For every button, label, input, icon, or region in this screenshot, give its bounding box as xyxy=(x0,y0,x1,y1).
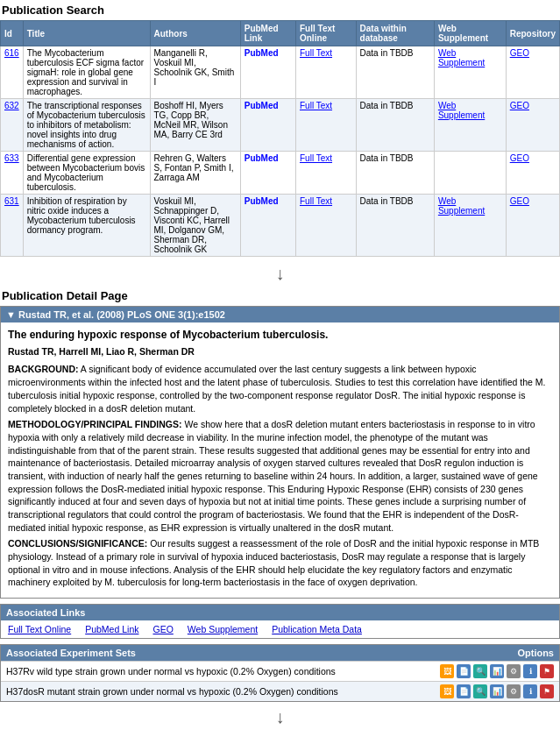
cell-title: The Mycobacterium tuberculosis ECF sigma… xyxy=(23,46,150,99)
cell-id: 616 xyxy=(1,46,24,99)
pub-table-row: 616 The Mycobacterium tuberculosis ECF s… xyxy=(1,46,560,99)
col-pubmed: PubMed Link xyxy=(240,21,295,46)
col-data: Data within database xyxy=(356,21,434,46)
web-link[interactable]: Web Supplement xyxy=(438,101,485,120)
assoc-exp-row: H37Rv wild type strain grown under norma… xyxy=(1,661,559,681)
pub-table-row: 632 The transcriptional responses of Myc… xyxy=(1,99,560,152)
exp-icon-gear[interactable]: ⚙ xyxy=(507,664,521,678)
exp-icon-info[interactable]: ℹ xyxy=(523,664,537,678)
col-id: Id xyxy=(1,21,24,46)
clustered-data-section: Clustered Data TB Database an integrated… xyxy=(0,731,560,737)
methodology-text: We show here that a dosR deletion mutant… xyxy=(8,419,538,533)
pubmed-link[interactable]: PubMed xyxy=(245,196,279,206)
cell-fulltext: Full Text xyxy=(295,152,356,195)
assoc-exp-header: Associated Experiment Sets Options xyxy=(1,645,559,661)
cell-pubmed: PubMed xyxy=(240,46,295,99)
pub-id-link[interactable]: 633 xyxy=(4,153,19,163)
cell-web xyxy=(434,152,506,195)
col-web: Web Supplement xyxy=(434,21,506,46)
assoc-link-item[interactable]: GEO xyxy=(145,620,180,638)
exp-icon-chart[interactable]: 📊 xyxy=(490,684,504,698)
pubmed-link[interactable]: PubMed xyxy=(245,101,279,110)
pubmed-link[interactable]: PubMed xyxy=(245,153,279,163)
pubmed-link[interactable]: PubMed xyxy=(245,48,279,58)
assoc-link-item[interactable]: PubMed Link xyxy=(78,620,145,638)
cell-pubmed: PubMed xyxy=(240,152,295,195)
exp-icon-gear[interactable]: ⚙ xyxy=(507,684,521,698)
pub-table-row: 631 Inhibition of respiration by nitric … xyxy=(1,195,560,257)
cell-data: Data in TBDB xyxy=(356,152,434,195)
exp-icon-doc[interactable]: 📄 xyxy=(457,684,471,698)
cell-repo: GEO xyxy=(506,195,559,257)
exp-icon-flag[interactable]: ⚑ xyxy=(540,684,554,698)
cell-title: Differential gene expression between Myc… xyxy=(23,152,150,195)
cell-pubmed: PubMed xyxy=(240,195,295,257)
assoc-link-item[interactable]: Publication Meta Data xyxy=(265,620,369,638)
cell-pubmed: PubMed xyxy=(240,99,295,152)
pub-detail-header: ▼ Rustad TR, et al. (2008) PLoS ONE 3(1)… xyxy=(1,307,559,322)
exp-icon-img[interactable]: 🖼 xyxy=(440,684,454,698)
assoc-exp-title: Associated Experiment Sets xyxy=(6,648,136,658)
exp-icon-flag[interactable]: ⚑ xyxy=(540,664,554,678)
pub-detail-content: The enduring hypoxic response of Mycobac… xyxy=(1,322,559,598)
assoc-exp-box: Associated Experiment Sets Options H37Rv… xyxy=(0,644,560,702)
cell-title: The transcriptional responses of Mycobac… xyxy=(23,99,150,152)
col-title: Title xyxy=(23,21,150,46)
pub-detail-title: Publication Detail Page xyxy=(0,286,560,306)
cell-web: Web Supplement xyxy=(434,99,506,152)
pub-id-link[interactable]: 631 xyxy=(4,196,19,206)
cell-authors: Voskuil MI, Schnappinger D, Visconti KC,… xyxy=(150,195,240,257)
pub-table-row: 633 Differential gene expression between… xyxy=(1,152,560,195)
col-repo: Repository xyxy=(506,21,559,46)
cell-repo: GEO xyxy=(506,99,559,152)
exp-icon-info[interactable]: ℹ xyxy=(523,684,537,698)
methodology-label: METHODOLOGY/PRINCIPAL FINDINGS: xyxy=(8,419,182,429)
fulltext-link[interactable]: Full Text xyxy=(300,101,332,110)
cell-repo: GEO xyxy=(506,46,559,99)
exp-row-label: H37dosR mutant strain grown under normal… xyxy=(6,686,338,697)
repo-link[interactable]: GEO xyxy=(510,101,529,110)
abstract-background: BACKGROUND: A significant body of eviden… xyxy=(8,363,552,415)
exp-icon-search[interactable]: 🔍 xyxy=(473,664,487,678)
col-authors: Authors xyxy=(150,21,240,46)
pub-search-title: Publication Search xyxy=(0,0,560,20)
fulltext-link[interactable]: Full Text xyxy=(300,153,332,163)
conclusions-label: CONCLUSIONS/SIGNIFICANCE: xyxy=(8,538,147,549)
assoc-link-item[interactable]: Full Text Online xyxy=(1,620,78,638)
fulltext-link[interactable]: Full Text xyxy=(300,196,332,206)
background-label: BACKGROUND: xyxy=(8,364,79,374)
assoc-links-header: Associated Links xyxy=(1,605,559,620)
cell-authors: Rehren G, Walters S, Fontan P, Smith I, … xyxy=(150,152,240,195)
assoc-exp-options: Options xyxy=(517,648,554,658)
cell-repo: GEO xyxy=(506,152,559,195)
cell-id: 633 xyxy=(1,152,24,195)
background-text: A significant body of evidence accumulat… xyxy=(8,364,545,413)
cell-fulltext: Full Text xyxy=(295,99,356,152)
exp-icon-img[interactable]: 🖼 xyxy=(440,664,454,678)
exp-icon-doc[interactable]: 📄 xyxy=(457,664,471,678)
exp-icons: 🖼 📄 🔍 📊 ⚙ ℹ ⚑ xyxy=(440,664,554,678)
pub-search-table: Id Title Authors PubMed Link Full Text O… xyxy=(0,20,560,257)
repo-link[interactable]: GEO xyxy=(510,153,529,163)
cell-authors: Boshoff HI, Myers TG, Copp BR, McNeil MR… xyxy=(150,99,240,152)
exp-icon-search[interactable]: 🔍 xyxy=(473,684,487,698)
repo-link[interactable]: GEO xyxy=(510,48,529,58)
assoc-link-item[interactable]: Web Supplement xyxy=(181,620,265,638)
assoc-exp-rows: H37Rv wild type strain grown under norma… xyxy=(1,661,559,701)
cell-fulltext: Full Text xyxy=(295,195,356,257)
associated-links-box: Associated Links Full Text OnlinePubMed … xyxy=(0,604,560,639)
repo-link[interactable]: GEO xyxy=(510,196,529,206)
cell-id: 631 xyxy=(1,195,24,257)
pub-id-link[interactable]: 632 xyxy=(4,101,19,110)
cell-title: Inhibition of respiration by nitric oxid… xyxy=(23,195,150,257)
article-title: The enduring hypoxic response of Mycobac… xyxy=(8,328,552,343)
web-link[interactable]: Web Supplement xyxy=(438,48,485,67)
pub-detail-section: Publication Detail Page ▼ Rustad TR, et … xyxy=(0,286,560,702)
exp-icon-chart[interactable]: 📊 xyxy=(490,664,504,678)
pub-id-link[interactable]: 616 xyxy=(4,48,19,58)
web-link[interactable]: Web Supplement xyxy=(438,196,485,216)
fulltext-link[interactable]: Full Text xyxy=(300,48,332,58)
cell-web: Web Supplement xyxy=(434,195,506,257)
article-authors: Rustad TR, Harrell MI, Liao R, Sherman D… xyxy=(8,345,552,358)
cell-data: Data in TBDB xyxy=(356,195,434,257)
